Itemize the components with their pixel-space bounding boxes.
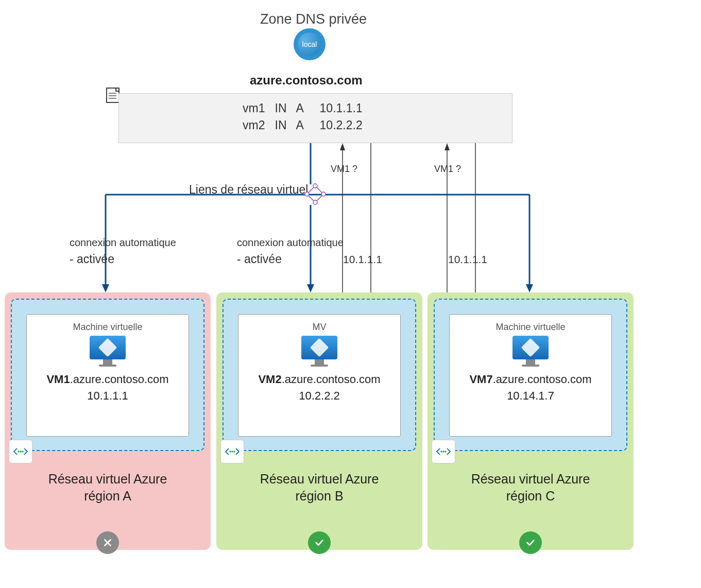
status-ok-icon [308,531,331,554]
globe-label: local [302,40,317,48]
autoreg-a-title: connexion automatique [70,237,176,249]
svg-point-24 [305,192,309,196]
svg-point-29 [231,451,233,453]
query-c-label: VM1 ? [434,164,461,175]
region-c-box: Machine virtuelle VM7.azure.contoso.com … [428,292,634,550]
vm-fqdn: VM7.azure.contoso.com [450,373,611,386]
status-ok-icon [519,531,542,554]
svg-marker-3 [102,284,109,292]
region-b-label: Réseau virtuel Azure région B [216,472,422,504]
svg-marker-20 [307,186,323,202]
svg-point-23 [313,200,317,204]
dns-record-row: vm2 IN A 10.2.2.2 [243,118,512,132]
svg-point-30 [233,451,235,453]
vm-card-b: MV VM2.azure.contoso.com 10.2.2.2 [238,314,401,437]
vm-label: Machine virtuelle [450,322,611,333]
autoreg-b-status: - activée [237,252,282,266]
globe-icon: local [294,28,326,60]
vm-fqdn: VM2.azure.contoso.com [238,373,400,386]
svg-marker-13 [444,143,450,150]
vnet-icon [220,440,244,463]
svg-rect-16 [107,88,119,102]
vm-ip: 10.2.2.2 [238,389,400,403]
monitor-icon [301,336,337,367]
autoreg-a-status: - activée [70,252,114,266]
vm-label: Machine virtuelle [27,322,189,333]
svg-point-31 [440,451,442,453]
svg-point-22 [321,192,326,196]
vm-label: MV [238,322,400,333]
svg-point-27 [22,451,24,453]
autoreg-b-title: connexion automatique [237,237,344,249]
monitor-icon [90,336,126,367]
vnet-icon [432,440,455,463]
vnet-links-label: Liens de réseau virtuel [189,183,308,197]
svg-point-26 [20,451,22,453]
region-a-box: Machine virtuelle VM1.azure.contoso.com … [5,292,211,550]
dns-zone-title: Zone DNS privée [260,11,367,27]
vnet-icon [9,440,32,463]
svg-marker-9 [340,143,345,150]
vm-card-a: Machine virtuelle VM1.azure.contoso.com … [26,314,189,437]
vnet-link-icon [304,183,327,207]
status-fail-icon [96,531,119,554]
svg-point-28 [229,451,231,453]
response-b-label: 10.1.1.1 [343,253,382,266]
vm-ip: 10.1.1.1 [27,389,189,403]
monitor-icon [512,336,549,367]
document-icon [106,88,119,105]
dns-record-row: vm1 IN A 10.1.1.1 [243,101,512,115]
region-c-label: Réseau virtuel Azure région C [428,472,634,504]
svg-point-33 [444,451,447,453]
dns-records-box: vm1 IN A 10.1.1.1 vm2 IN A 10.2.2.2 [118,93,512,143]
region-a-label: Réseau virtuel Azure région A [5,472,211,504]
svg-point-32 [442,451,444,453]
svg-marker-7 [526,284,533,292]
vm-fqdn: VM1.azure.contoso.com [27,373,189,386]
vm-card-c: Machine virtuelle VM7.azure.contoso.com … [449,314,612,437]
dns-zone-name: azure.contoso.com [250,73,363,88]
response-c-label: 10.1.1.1 [448,253,487,266]
svg-point-25 [18,451,20,453]
query-b-label: VM1 ? [331,164,357,175]
svg-marker-5 [307,284,314,292]
svg-point-21 [313,184,317,188]
region-b-box: MV VM2.azure.contoso.com 10.2.2.2 Réseau… [216,292,422,550]
vm-ip: 10.14.1.7 [450,389,611,403]
